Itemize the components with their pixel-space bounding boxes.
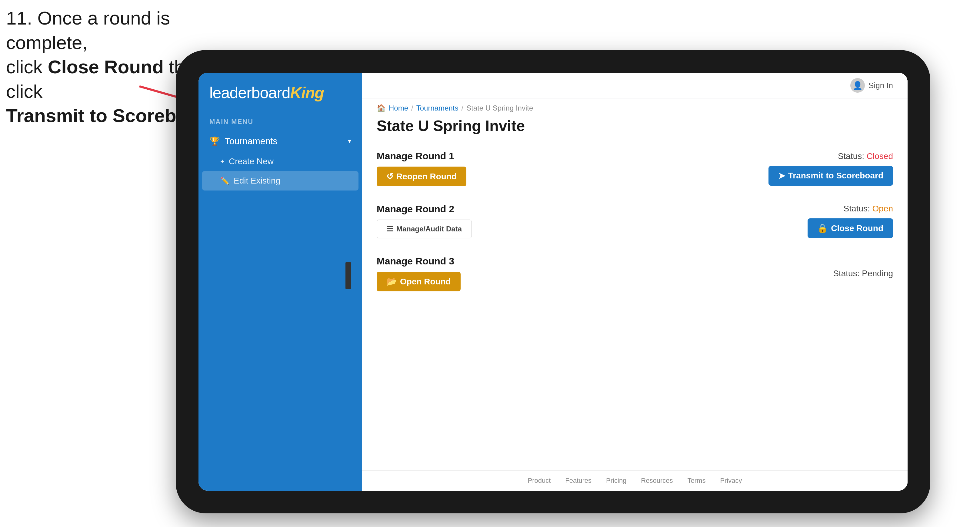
footer-product[interactable]: Product (528, 477, 550, 484)
breadcrumb-home[interactable]: Home (389, 104, 408, 113)
footer-terms[interactable]: Terms (687, 477, 706, 484)
footer-features[interactable]: Features (565, 477, 592, 484)
round-1-right: Status: Closed ➤ Transmit to Scoreboard (768, 151, 893, 186)
close-round-button[interactable]: 🔒 Close Round (808, 218, 893, 238)
tablet-frame: leaderboardKing MAIN MENU 🏆 Tournaments … (176, 50, 930, 513)
lock-icon: 🔒 (817, 223, 828, 233)
app-footer: Product Features Pricing Resources Terms… (362, 470, 908, 490)
footer-pricing[interactable]: Pricing (606, 477, 626, 484)
round-1-status-value: Closed (867, 151, 893, 161)
main-content: 👤 Sign In 🏠 Home / Tournaments / State U… (362, 73, 908, 490)
home-icon: 🏠 (377, 104, 386, 113)
app-layout: leaderboardKing MAIN MENU 🏆 Tournaments … (199, 73, 908, 490)
tablet-side-button (345, 262, 351, 289)
sidebar-menu-label: MAIN MENU (199, 110, 362, 130)
round-1-status: Status: Closed (838, 151, 893, 161)
round-3-status-value: Pending (862, 269, 893, 278)
round-3-title: Manage Round 3 (377, 256, 461, 267)
footer-privacy[interactable]: Privacy (720, 477, 742, 484)
round-3-right: Status: Pending (833, 269, 893, 278)
open-round-label: Open Round (400, 277, 451, 287)
chevron-down-icon: ▾ (348, 137, 351, 145)
audit-icon: ☰ (387, 225, 393, 233)
round-1-title: Manage Round 1 (377, 151, 466, 162)
reopen-round-label: Reopen Round (396, 172, 457, 181)
breadcrumb-tournaments[interactable]: Tournaments (416, 104, 458, 113)
edit-existing-label: Edit Existing (234, 176, 280, 186)
plus-icon: + (220, 157, 224, 166)
sidebar-item-tournaments[interactable]: 🏆 Tournaments ▾ (199, 130, 362, 152)
transmit-label: Transmit to Scoreboard (788, 171, 883, 181)
close-round-label: Close Round (831, 224, 883, 233)
trophy-icon: 🏆 (209, 136, 220, 146)
sign-in-label: Sign In (869, 81, 893, 90)
logo: leaderboardKing (209, 84, 351, 102)
create-new-label: Create New (229, 157, 274, 166)
tablet-screen: leaderboardKing MAIN MENU 🏆 Tournaments … (199, 73, 908, 490)
sign-in-button[interactable]: 👤 Sign In (850, 78, 893, 93)
round-3-card: Manage Round 3 📂 Open Round Status: Pend… (377, 247, 893, 300)
page-title: State U Spring Invite (362, 113, 908, 142)
sidebar-item-edit-existing[interactable]: ✏️ Edit Existing (202, 171, 358, 190)
transmit-icon: ➤ (778, 171, 785, 181)
logo-leaderboard: leaderboard (209, 84, 290, 102)
content-area: Manage Round 1 ↺ Reopen Round Status: Cl… (362, 142, 908, 470)
breadcrumb-current: State U Spring Invite (466, 104, 533, 113)
breadcrumb-sep2: / (461, 104, 463, 113)
round-2-card: Manage Round 2 ☰ Manage/Audit Data Statu… (377, 195, 893, 247)
open-icon: 📂 (387, 276, 397, 287)
reopen-icon: ↺ (387, 171, 393, 181)
round-2-left: Manage Round 2 ☰ Manage/Audit Data (377, 203, 472, 238)
round-2-title: Manage Round 2 (377, 203, 472, 215)
round-1-card: Manage Round 1 ↺ Reopen Round Status: Cl… (377, 142, 893, 195)
round-3-status: Status: Pending (833, 269, 893, 278)
breadcrumb-sep1: / (411, 104, 413, 113)
audit-label: Manage/Audit Data (396, 225, 462, 233)
app-header: 👤 Sign In (362, 73, 908, 98)
transmit-to-scoreboard-button[interactable]: ➤ Transmit to Scoreboard (768, 166, 893, 186)
footer-resources[interactable]: Resources (641, 477, 673, 484)
avatar: 👤 (850, 78, 865, 93)
round-3-left: Manage Round 3 📂 Open Round (377, 256, 461, 291)
round-2-status-value: Open (872, 204, 893, 213)
reopen-round-button[interactable]: ↺ Reopen Round (377, 167, 466, 186)
sidebar-tournaments-label: Tournaments (225, 136, 348, 146)
round-2-right: Status: Open 🔒 Close Round (808, 204, 893, 238)
sidebar-logo: leaderboardKing (199, 73, 362, 110)
sidebar-item-create-new[interactable]: + Create New (199, 152, 362, 171)
open-round-button[interactable]: 📂 Open Round (377, 272, 461, 291)
breadcrumb: 🏠 Home / Tournaments / State U Spring In… (362, 98, 908, 113)
sidebar: leaderboardKing MAIN MENU 🏆 Tournaments … (199, 73, 362, 490)
round-1-left: Manage Round 1 ↺ Reopen Round (377, 151, 466, 186)
logo-king: King (290, 84, 324, 102)
edit-icon: ✏️ (220, 176, 229, 185)
manage-audit-data-button[interactable]: ☰ Manage/Audit Data (377, 220, 472, 238)
round-2-status: Status: Open (844, 204, 893, 214)
